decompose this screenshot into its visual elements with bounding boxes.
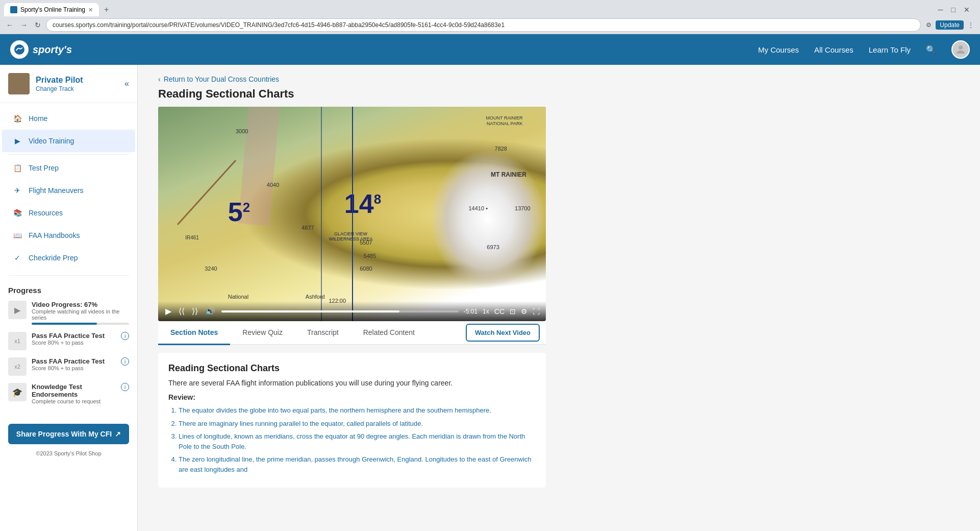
- sidebar-item-checkride-prep[interactable]: ✓ Checkride Prep: [2, 247, 135, 269]
- back-link-text: Return to Your Dual Cross Countries: [164, 75, 279, 83]
- search-icon[interactable]: 🔍: [926, 45, 936, 55]
- external-link-icon: ↗: [115, 430, 121, 438]
- back-link[interactable]: ‹ Return to Your Dual Cross Countries: [158, 75, 960, 83]
- browser-chrome: Sporty's Online Training ✕ + ─ □ ✕ ← → ↻…: [0, 0, 980, 34]
- endorsements-sub: Complete course to request: [32, 398, 116, 404]
- tabs-wrapper: Section Notes Review Quiz Transcript Rel…: [158, 321, 546, 345]
- video-progress-bar: [32, 323, 129, 325]
- map-number-148: 148: [344, 188, 381, 219]
- rewind-btn[interactable]: ⟨⟨: [178, 305, 186, 317]
- nav-learn-to-fly[interactable]: Learn To Fly: [869, 45, 911, 54]
- sidebar-label-test-prep: Test Prep: [29, 164, 59, 172]
- fullscreen-btn[interactable]: ⛶: [533, 307, 540, 316]
- app-body: Private Pilot Change Track « 🏠 Home ▶ Vi…: [0, 65, 980, 531]
- tab-related-content[interactable]: Related Content: [351, 321, 427, 345]
- tab-bar: Sporty's Online Training ✕ + ─ □ ✕: [0, 0, 980, 16]
- maximize-btn[interactable]: □: [949, 5, 958, 15]
- faa-test-1-sub: Score 80% + to pass: [32, 340, 116, 346]
- tab-related-content-label: Related Content: [363, 328, 415, 336]
- sidebar-nav: 🏠 Home ▶ Video Training 📋 Test Prep ✈ Fl…: [0, 103, 137, 273]
- watch-next-btn[interactable]: Watch Next Video: [466, 324, 540, 342]
- faa-test-2-sub: Score 80% + to pass: [32, 365, 116, 371]
- active-tab[interactable]: Sporty's Online Training ✕: [4, 3, 99, 16]
- elevation-4040: 4040: [267, 182, 279, 188]
- fast-forward-btn[interactable]: ⟩⟩: [191, 305, 199, 317]
- back-btn[interactable]: ←: [4, 20, 15, 30]
- nav-all-courses[interactable]: All Courses: [814, 45, 853, 54]
- nav-my-courses[interactable]: My Courses: [758, 45, 799, 54]
- sidebar-item-faa-handbooks[interactable]: 📖 FAA Handbooks: [2, 224, 135, 247]
- close-btn[interactable]: ✕: [962, 5, 972, 15]
- new-tab-btn[interactable]: +: [101, 4, 112, 15]
- content-review-label: Review:: [168, 393, 536, 401]
- sidebar-collapse-btn[interactable]: «: [124, 79, 129, 88]
- video-container: 52 148 GLACIER VIEWWILDERNESS AREA MT RA…: [158, 107, 546, 321]
- settings-btn[interactable]: ⚙: [521, 307, 527, 316]
- sidebar-item-test-prep[interactable]: 📋 Test Prep: [2, 157, 135, 179]
- video-progress-track[interactable]: [221, 310, 459, 312]
- content-list: The equator divides the globe into two e…: [168, 405, 536, 474]
- elevation-6973: 6973: [487, 244, 499, 250]
- tab-review-quiz[interactable]: Review Quiz: [230, 321, 295, 345]
- tab-transcript[interactable]: Transcript: [295, 321, 351, 345]
- video-progress-filled: [221, 310, 399, 312]
- faa-icon: 📖: [12, 230, 22, 240]
- video-icon: ▶: [12, 136, 22, 146]
- forward-btn[interactable]: →: [18, 20, 30, 30]
- map-line-vertical: [352, 107, 353, 321]
- info-icon-3[interactable]: i: [121, 383, 129, 391]
- content-section: Reading Sectional Charts There are sever…: [158, 353, 546, 488]
- captions-btn[interactable]: CC: [494, 307, 505, 316]
- elevation-14410: 14410 •: [469, 205, 488, 211]
- sidebar-label-checkride: Checkride Prep: [29, 254, 78, 262]
- tab-section-notes-label: Section Notes: [170, 328, 218, 336]
- avatar[interactable]: [951, 40, 970, 59]
- back-arrow-icon: ‹: [158, 75, 161, 83]
- faa-test-2-item: x2 Pass FAA Practice Test Score 80% + to…: [8, 357, 129, 376]
- faa-test-2-info: Pass FAA Practice Test Score 80% + to pa…: [32, 357, 116, 371]
- checkride-icon: ✓: [12, 253, 22, 263]
- elevation-7828: 7828: [495, 146, 507, 152]
- faa-test-2-label: Pass FAA Practice Test: [32, 357, 116, 365]
- tab-close-btn[interactable]: ✕: [88, 7, 93, 13]
- sidebar-item-resources[interactable]: 📚 Resources: [2, 202, 135, 224]
- sidebar-label-resources: Resources: [29, 209, 63, 217]
- url-input[interactable]: [46, 18, 921, 32]
- content-title: Reading Sectional Charts: [168, 363, 536, 374]
- volume-btn[interactable]: 🔊: [204, 305, 216, 317]
- info-icon-2[interactable]: i: [121, 357, 129, 366]
- sidebar-divider-1: [8, 154, 129, 155]
- share-progress-btn[interactable]: Share Progress With My CFI ↗: [8, 424, 129, 444]
- logo-text: sporty's: [33, 44, 72, 56]
- map-line-vertical2: [321, 107, 322, 321]
- home-icon: 🏠: [12, 113, 22, 124]
- course-info: Private Pilot Change Track: [36, 75, 83, 92]
- time-display: -5:01: [464, 308, 478, 315]
- minimize-btn[interactable]: ─: [936, 5, 945, 15]
- refresh-btn[interactable]: ↻: [33, 20, 43, 30]
- update-btn[interactable]: Update: [936, 20, 964, 30]
- tab-section-notes[interactable]: Section Notes: [158, 321, 230, 345]
- info-icon-1[interactable]: i: [121, 332, 129, 340]
- app-header: sporty's My Courses All Courses Learn To…: [0, 34, 980, 65]
- sidebar-item-home[interactable]: 🏠 Home: [2, 107, 135, 130]
- pip-btn[interactable]: ⊡: [510, 307, 516, 316]
- faa-test-1-info: Pass FAA Practice Test Score 80% + to pa…: [32, 332, 116, 346]
- browser-actions: ⚙ Update ⋮: [924, 20, 976, 30]
- video-progress-fill: [32, 323, 97, 325]
- sidebar-label-faa: FAA Handbooks: [29, 231, 80, 239]
- map-ashford: Ashford: [306, 294, 325, 300]
- sidebar-item-flight-maneuvers[interactable]: ✈ Flight Maneuvers: [2, 179, 135, 202]
- faa-test-1-label: Pass FAA Practice Test: [32, 332, 116, 340]
- menu-btn[interactable]: ⋮: [966, 20, 976, 30]
- video-controls: ▶ ⟨⟨ ⟩⟩ 🔊 -5:01 1x CC ⊡ ⚙ ⛶: [158, 301, 546, 321]
- change-track-link[interactable]: Change Track: [36, 85, 83, 92]
- sidebar-item-video-training[interactable]: ▶ Video Training: [2, 130, 135, 152]
- extensions-btn[interactable]: ⚙: [924, 20, 934, 30]
- sporty-logo-svg: [13, 43, 26, 56]
- sidebar-label-home: Home: [29, 114, 47, 123]
- map-number-52: 52: [228, 197, 250, 227]
- speed-btn[interactable]: 1x: [483, 308, 489, 315]
- play-btn[interactable]: ▶: [164, 305, 172, 317]
- list-item-4: The zero longitudinal line, the prime me…: [179, 454, 536, 474]
